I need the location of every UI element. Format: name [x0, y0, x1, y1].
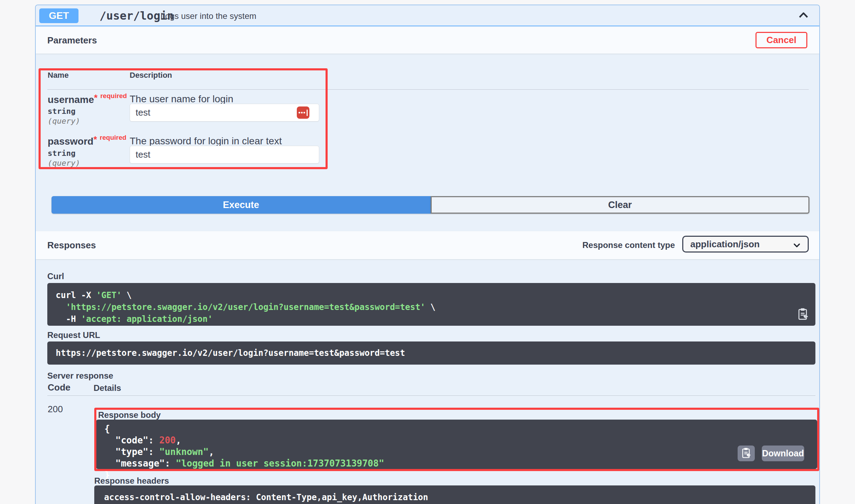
parameters-section-header: Parameters Cancel	[36, 27, 819, 54]
required-label: required	[100, 134, 126, 141]
operation-summary-row[interactable]: GET /user/login Logs user into the syste…	[36, 5, 819, 26]
response-body-json: { "code": 200, "type": "unknown", "messa…	[104, 423, 809, 481]
table-header-divider	[47, 89, 809, 90]
param-name-password: password* required	[48, 134, 126, 147]
param-type: string	[48, 149, 75, 158]
clipboard-icon	[798, 317, 809, 322]
server-response-label: Server response	[47, 371, 113, 381]
response-headers-label: Response headers	[94, 476, 169, 486]
table-header-name: Name	[48, 71, 69, 80]
parameters-title: Parameters	[47, 35, 97, 46]
swagger-ui-page: GET /user/login Logs user into the syste…	[0, 0, 855, 504]
param-location: (query)	[48, 117, 80, 125]
response-content-type-label: Response content type	[582, 240, 675, 250]
clear-button[interactable]: Clear	[431, 196, 810, 214]
table-header-description: Description	[130, 71, 172, 80]
responses-section-header: Responses Response content type applicat…	[36, 231, 819, 259]
response-body-block: { "code": 200, "type": "unknown", "messa…	[96, 420, 817, 469]
request-url-label: Request URL	[47, 330, 100, 340]
method-badge-get: GET	[39, 8, 78, 23]
status-code: 200	[48, 404, 63, 415]
details-column-header: Details	[94, 383, 121, 393]
responses-title: Responses	[47, 240, 96, 251]
collapse-button[interactable]	[797, 9, 810, 22]
execute-button[interactable]: Execute	[52, 196, 431, 214]
required-star: *	[94, 134, 97, 145]
request-url-block: https://petstore.swagger.io/v2/user/logi…	[47, 341, 815, 365]
param-type: string	[48, 107, 75, 116]
operation-panel-get-user-login: GET /user/login Logs user into the syste…	[35, 5, 820, 504]
required-star: *	[94, 92, 97, 103]
chevron-up-icon	[797, 17, 810, 22]
username-input[interactable]	[130, 104, 319, 122]
param-location: (query)	[48, 159, 80, 167]
curl-code: curl -X 'GET' \ 'https://petstore.swagge…	[56, 289, 807, 325]
cancel-button[interactable]: Cancel	[755, 32, 807, 48]
curl-code-block: curl -X 'GET' \ 'https://petstore.swagge…	[47, 283, 815, 326]
endpoint-summary: Logs user into the system	[160, 11, 256, 21]
request-url-value: https://petstore.swagger.io/v2/user/logi…	[56, 348, 405, 358]
clipboard-icon	[741, 447, 751, 460]
copy-to-clipboard-button[interactable]	[797, 308, 809, 322]
response-headers-block: access-control-allow-headers: Content-Ty…	[94, 485, 815, 504]
curl-label: Curl	[47, 271, 64, 281]
response-headers-code: access-control-allow-headers: Content-Ty…	[104, 492, 806, 504]
server-response-divider	[47, 395, 815, 396]
password-manager-icon[interactable]: •••	[297, 106, 309, 119]
copy-to-clipboard-button[interactable]	[738, 446, 755, 461]
execute-row: Execute Clear	[52, 196, 809, 214]
param-name-username: username* required	[48, 92, 127, 105]
download-button[interactable]: Download	[762, 446, 804, 461]
password-input[interactable]	[130, 146, 319, 164]
param-description: The user name for login	[130, 94, 233, 105]
required-label: required	[100, 92, 127, 99]
param-description: The password for login in clear text	[130, 136, 282, 147]
response-body-label: Response body	[98, 410, 161, 420]
response-content-type-select[interactable]: application/json	[682, 236, 809, 253]
code-column-header: Code	[48, 382, 70, 393]
